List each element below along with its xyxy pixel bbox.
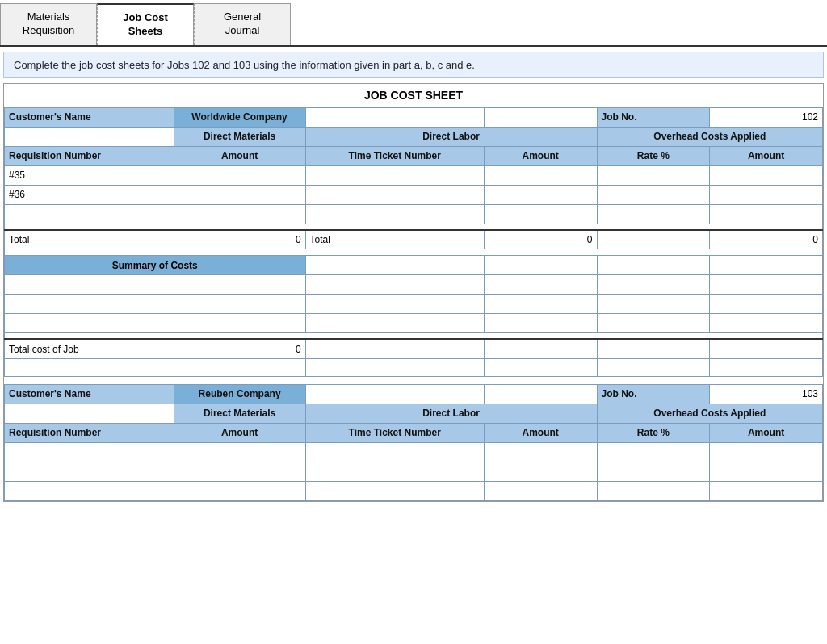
amt1-1-3[interactable] [174,204,305,224]
total-amt1-1: 0 [174,230,305,249]
amount-header-1b: Amount [484,146,597,165]
j2-empty-2 [484,384,597,404]
amt3-2-1[interactable] [710,442,823,462]
summary-label: Summary of Costs [5,256,306,275]
job1-total-row: Total 0 Total 0 0 [5,230,823,249]
req-2-1[interactable] [5,442,174,462]
etc-5 [597,358,710,376]
tc-e3 [597,339,710,358]
req-1-2[interactable]: #36 [5,185,174,204]
job1-col-headers: Requisition Number Amount Time Ticket Nu… [5,146,823,165]
j2-empty-1 [305,384,484,404]
tc-e1 [305,339,484,358]
amt1-2-1[interactable] [174,442,305,462]
overhead-label-1: Overhead Costs Applied [597,127,822,146]
overhead-label-2: Overhead Costs Applied [597,404,822,423]
jobno-label-1: Job No. [597,107,710,127]
sum-empty-3 [597,256,710,275]
sum-label-2[interactable] [5,295,174,314]
customer-name-2: Reuben Company [174,384,305,404]
rate-1-1[interactable] [597,165,710,185]
rate-2-2[interactable] [597,462,710,481]
amt2-1-2[interactable] [484,185,597,204]
req-num-header-1: Requisition Number [5,146,174,165]
ticket-1-1[interactable] [305,165,484,185]
jobno-value-1: 102 [710,107,823,127]
sum-val-3[interactable] [174,314,305,333]
tab-materials[interactable]: Materials Requisition [0,3,97,45]
amt2-2-2[interactable] [484,462,597,481]
amt3-2-3[interactable] [710,481,823,500]
ticket-header-1: Time Ticket Number [305,146,484,165]
tc-e4 [710,339,823,358]
amt3-1-2[interactable] [710,185,823,204]
ticket-1-3[interactable] [305,204,484,224]
sum-e8 [710,295,823,314]
total-amt2-1: 0 [484,230,597,249]
rate-2-3[interactable] [597,481,710,500]
empty-after-total-cost [5,358,823,376]
direct-materials-label-1: Direct Materials [174,127,305,146]
summary-header-row: Summary of Costs [5,256,823,275]
sum-e10 [484,314,597,333]
etc-3 [305,358,484,376]
amt3-2-2[interactable] [710,462,823,481]
direct-materials-label-2: Direct Materials [174,404,305,423]
amt2-2-3[interactable] [484,481,597,500]
amt1-1-2[interactable] [174,185,305,204]
req-2-2[interactable] [5,462,174,481]
tab-jobcost[interactable]: Job Cost Sheets [97,3,194,45]
sum-e7 [597,295,710,314]
amt3-1-3[interactable] [710,204,823,224]
job2-section-headers: Direct Materials Direct Labor Overhead C… [5,404,823,423]
sum-e5 [305,295,484,314]
ticket-2-1[interactable] [305,442,484,462]
amt1-2-3[interactable] [174,481,305,500]
jobno-label-2: Job No. [597,384,710,404]
tab-journal[interactable]: General Journal [194,3,291,45]
job2-customer-row: Customer's Name Reuben Company Job No. 1… [5,384,823,404]
amt2-1-3[interactable] [484,204,597,224]
job2-col-headers: Requisition Number Amount Time Ticket Nu… [5,423,823,442]
req-1-3[interactable] [5,204,174,224]
amt1-1-1[interactable] [174,165,305,185]
spacer-2 [5,333,823,340]
sum-label-3[interactable] [5,314,174,333]
amount-header-2a: Amount [174,423,305,442]
ticket-2-3[interactable] [305,481,484,500]
sum-val-2[interactable] [174,295,305,314]
rate-1-3[interactable] [597,204,710,224]
ticket-2-2[interactable] [305,462,484,481]
amt3-1-1[interactable] [710,165,823,185]
etc-6 [710,358,823,376]
job2-row-1 [5,442,823,462]
after-total-1 [5,249,823,256]
sum-e6 [484,295,597,314]
total-empty-1 [597,230,710,249]
job1-row-1: #35 [5,165,823,185]
job1-customer-row: Customer's Name Worldwide Company Job No… [5,107,823,127]
amt2-1-1[interactable] [484,165,597,185]
empty-dm [5,127,174,146]
sum-e12 [710,314,823,333]
total-amt3-1: 0 [710,230,823,249]
amount-header-1c: Amount [710,146,823,165]
rate-2-1[interactable] [597,442,710,462]
spacer-1 [5,224,823,230]
job2-row-2 [5,462,823,481]
req-1-1[interactable]: #35 [5,165,174,185]
sum-empty-4 [710,256,823,275]
sum-label-1[interactable] [5,275,174,295]
ticket-header-2: Time Ticket Number [305,423,484,442]
ticket-1-2[interactable] [305,185,484,204]
job1-row-2: #36 [5,185,823,204]
sum-val-1[interactable] [174,275,305,295]
amt1-2-2[interactable] [174,462,305,481]
rate-1-2[interactable] [597,185,710,204]
req-2-3[interactable] [5,481,174,500]
amount-header-2c: Amount [710,423,823,442]
sum-e2 [484,275,597,295]
job2-row-3 [5,481,823,500]
amt2-2-1[interactable] [484,442,597,462]
etc-4 [484,358,597,376]
